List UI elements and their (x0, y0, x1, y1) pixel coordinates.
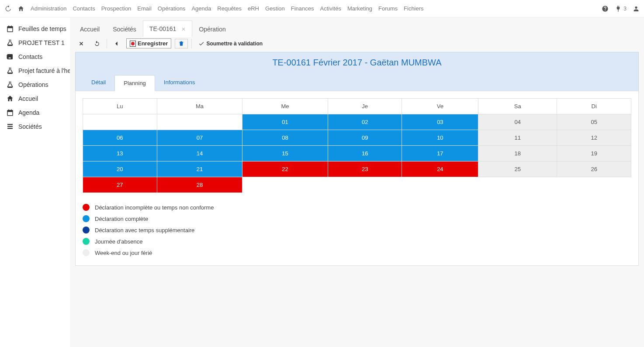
record-icon (130, 41, 136, 47)
close-button[interactable] (75, 39, 87, 48)
user-icon[interactable] (633, 5, 640, 12)
flask-icon (6, 67, 14, 75)
cal-day-14[interactable]: 14 (157, 146, 242, 161)
cal-header: Ve (402, 99, 478, 114)
menu-item-finances[interactable]: Finances (291, 5, 314, 12)
cal-empty (242, 177, 328, 193)
menu-item-requêtes[interactable]: Requêtes (217, 5, 242, 12)
back-button[interactable] (111, 39, 123, 48)
legend-row: Déclaration complète (83, 213, 631, 224)
delete-button[interactable] (175, 39, 188, 48)
sidebar-item-1[interactable]: PROJET TEST 1 (0, 36, 70, 50)
sidebar-item-2[interactable]: Contacts (0, 50, 70, 64)
sub-tabs: Détail Planning Informations (83, 75, 631, 91)
sub-tab-planning[interactable]: Planning (114, 75, 155, 91)
menu-item-agenda[interactable]: Agenda (191, 5, 211, 12)
menu-item-gestion[interactable]: Gestion (265, 5, 285, 12)
sub-tab-informations[interactable]: Informations (155, 75, 204, 91)
sidebar-item-6[interactable]: Agenda (0, 106, 70, 120)
menu-item-email[interactable]: Email (137, 5, 152, 12)
home-icon[interactable] (17, 5, 24, 12)
menu-item-erh[interactable]: eRH (248, 5, 259, 12)
cal-day-19[interactable]: 19 (557, 146, 631, 161)
menu-item-contacts[interactable]: Contacts (73, 5, 95, 12)
tab-accueil[interactable]: Accueil (73, 21, 106, 37)
menu-item-activités[interactable]: Activités (320, 5, 341, 12)
cal-day-26[interactable]: 26 (557, 161, 631, 177)
submit-button[interactable]: Soumettre à validation (195, 39, 266, 48)
cal-day-13[interactable]: 13 (83, 146, 157, 161)
legend-label: Journée d'absence (95, 238, 142, 245)
cal-day-15[interactable]: 15 (242, 146, 328, 161)
cal-day-07[interactable]: 07 (157, 130, 242, 146)
calendar-icon (6, 109, 14, 117)
cal-day-24[interactable]: 24 (402, 161, 478, 177)
cal-day-20[interactable]: 20 (83, 161, 157, 177)
cal-day-12[interactable]: 12 (557, 130, 631, 146)
menu-item-fichiers[interactable]: Fichiers (404, 5, 424, 12)
sub-tab-détail[interactable]: Détail (83, 75, 114, 91)
sidebar-item-3[interactable]: Projet facturé à l'heu (0, 64, 70, 78)
tab-label: Accueil (80, 26, 100, 33)
menu-item-opérations[interactable]: Opérations (158, 5, 186, 12)
cal-day-01[interactable]: 01 (242, 114, 328, 130)
plug-icon[interactable] (615, 5, 622, 12)
cal-day-28[interactable]: 28 (157, 177, 242, 193)
calendar-icon (6, 25, 14, 33)
legend-dot-teal (83, 238, 90, 245)
sidebar-item-label: Projet facturé à l'heu (18, 67, 70, 74)
submit-label: Soumettre à validation (206, 41, 263, 47)
tab-label: TE-00161 (149, 25, 176, 32)
cal-day-11[interactable]: 11 (478, 130, 557, 146)
cal-day-22[interactable]: 22 (242, 161, 328, 177)
cal-day-10[interactable]: 10 (402, 130, 478, 146)
check-icon (198, 41, 204, 47)
sidebar-item-7[interactable]: Sociétés (0, 120, 70, 134)
sidebar-item-4[interactable]: Opérations (0, 78, 70, 92)
menu-item-prospection[interactable]: Prospection (101, 5, 132, 12)
legend-dot-red (83, 204, 90, 211)
cal-day-05[interactable]: 05 (557, 114, 631, 130)
tab-close-icon[interactable]: ✕ (181, 26, 186, 32)
cal-day-06[interactable]: 06 (83, 130, 157, 146)
cal-empty (478, 177, 557, 193)
sidebar-item-label: Opérations (18, 81, 48, 88)
legend-label: Week-end ou jour férié (95, 250, 152, 256)
history-icon[interactable] (4, 5, 11, 12)
legend-label: Déclaration avec temps supplémentaire (95, 227, 194, 234)
sidebar-item-0[interactable]: Feuilles de temps (0, 22, 70, 36)
cal-day-17[interactable]: 17 (402, 146, 478, 161)
cal-day-08[interactable]: 08 (242, 130, 328, 146)
sidebar: Feuilles de temps PROJET TEST 1 Contacts… (0, 17, 70, 347)
cal-day-27[interactable]: 27 (83, 177, 157, 193)
flask-icon (6, 81, 14, 89)
cal-day-02[interactable]: 02 (328, 114, 402, 130)
tab-opération[interactable]: Opération (192, 21, 232, 37)
tab-sociétés[interactable]: Sociétés (106, 21, 143, 37)
cal-empty (402, 177, 478, 193)
cal-day-21[interactable]: 21 (157, 161, 242, 177)
menu-item-administration[interactable]: Administration (31, 5, 66, 12)
cal-day-blank (83, 114, 157, 130)
sidebar-item-label: Contacts (18, 53, 42, 60)
menu-item-marketing[interactable]: Marketing (347, 5, 372, 12)
cal-day-16[interactable]: 16 (328, 146, 402, 161)
legend-dot-grey (83, 249, 90, 256)
cal-day-04[interactable]: 04 (478, 114, 557, 130)
help-icon[interactable] (602, 5, 609, 12)
cal-day-03[interactable]: 03 (402, 114, 478, 130)
tab-te-00161[interactable]: TE-00161 ✕ (143, 21, 192, 37)
sidebar-item-5[interactable]: Accueil (0, 92, 70, 106)
tab-label: Opération (199, 26, 225, 33)
menu-item-forums[interactable]: Forums (378, 5, 398, 12)
undo-button[interactable] (91, 39, 103, 48)
cal-day-09[interactable]: 09 (328, 130, 402, 146)
save-button[interactable]: Enregistrer (126, 38, 171, 48)
legend-row: Déclaration avec temps supplémentaire (83, 224, 631, 236)
cal-day-23[interactable]: 23 (328, 161, 402, 177)
sidebar-item-label: Accueil (18, 95, 38, 102)
cal-day-25[interactable]: 25 (478, 161, 557, 177)
flask-icon (6, 39, 14, 47)
cal-day-18[interactable]: 18 (478, 146, 557, 161)
legend-row: Journée d'absence (83, 236, 631, 247)
